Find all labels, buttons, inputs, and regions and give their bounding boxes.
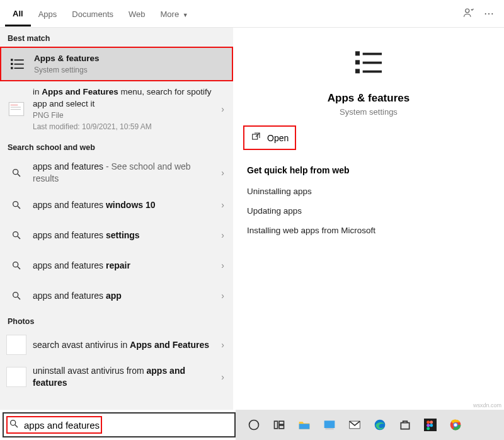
svg-rect-6 <box>14 67 24 69</box>
svg-rect-25 <box>363 62 382 64</box>
taskbar <box>236 410 504 440</box>
svg-rect-10 <box>11 109 21 110</box>
search-icon <box>6 286 26 306</box>
svg-rect-22 <box>355 60 360 64</box>
svg-rect-24 <box>363 53 382 55</box>
photo-thumb-icon <box>6 335 26 355</box>
tab-more[interactable]: More ▼ <box>153 2 196 25</box>
photo-result-text: search avast antivirus in Apps and Featu… <box>33 339 219 351</box>
svg-rect-31 <box>275 421 278 429</box>
chevron-right-icon[interactable]: › <box>219 200 227 210</box>
results-panel: Best match Apps & features System settin… <box>0 28 233 410</box>
chevron-right-icon[interactable]: › <box>219 168 227 178</box>
svg-point-11 <box>13 170 18 175</box>
svg-rect-3 <box>11 67 13 69</box>
svg-point-13 <box>13 202 18 207</box>
store-icon[interactable] <box>398 418 412 432</box>
help-link-2[interactable]: Installing web apps from Microsoft <box>243 221 494 240</box>
bottom-bar <box>0 410 504 440</box>
filter-tabs: All Apps Documents Web More ▼ ⋯ <box>0 0 504 28</box>
help-link-1[interactable]: Updating apps <box>243 201 494 221</box>
search-icon <box>6 163 26 183</box>
mail-icon[interactable] <box>348 418 362 432</box>
tab-all[interactable]: All <box>5 1 31 26</box>
svg-rect-34 <box>324 420 335 428</box>
result-title: Apps & features <box>34 53 226 64</box>
svg-rect-26 <box>363 71 382 73</box>
svg-point-40 <box>427 424 430 427</box>
more-icon[interactable]: ⋯ <box>479 4 499 23</box>
chevron-right-icon[interactable]: › <box>219 372 227 382</box>
search-box[interactable] <box>3 412 236 437</box>
svg-point-41 <box>430 424 433 427</box>
svg-point-28 <box>11 420 16 426</box>
svg-rect-1 <box>11 59 13 61</box>
svg-point-39 <box>430 420 433 424</box>
open-button[interactable]: Open <box>243 125 296 150</box>
preview-title: Apps & features <box>328 92 410 105</box>
search-input[interactable] <box>24 414 234 436</box>
svg-point-42 <box>427 427 430 430</box>
chevron-right-icon[interactable]: › <box>219 291 227 301</box>
web-result-1[interactable]: apps and features windows 10 › <box>0 190 233 220</box>
svg-rect-33 <box>279 426 284 429</box>
cortana-icon[interactable] <box>247 418 261 432</box>
svg-rect-32 <box>279 421 284 424</box>
help-title: Get quick help from web <box>247 165 494 175</box>
web-result-4[interactable]: apps and features app › <box>0 281 233 311</box>
web-result-text: apps and features app <box>33 290 219 302</box>
svg-rect-8 <box>11 105 18 105</box>
search-icon <box>6 195 26 215</box>
svg-line-18 <box>18 267 20 269</box>
svg-point-15 <box>13 232 18 237</box>
svg-point-0 <box>466 9 469 13</box>
web-result-3[interactable]: apps and features repair › <box>0 250 233 281</box>
photo-result-0[interactable]: search avast antivirus in Apps and Featu… <box>0 330 233 360</box>
preview-subtitle: System settings <box>340 107 398 117</box>
svg-line-29 <box>15 425 18 427</box>
chrome-icon[interactable] <box>449 418 462 432</box>
chevron-right-icon[interactable]: › <box>219 104 227 114</box>
photo-result-text: uninstall avast antivirus from apps and … <box>33 365 219 389</box>
web-result-2[interactable]: apps and features settings › <box>0 220 233 250</box>
preview-panel: Apps & features System settings Open Get… <box>233 28 504 410</box>
figma-icon[interactable] <box>423 418 437 432</box>
svg-rect-23 <box>355 69 360 73</box>
web-result-text: apps and features - See school and web r… <box>33 161 219 185</box>
edge-icon[interactable] <box>373 418 387 432</box>
tab-web[interactable]: Web <box>121 2 153 25</box>
web-result-text: apps and features settings <box>33 229 219 241</box>
photo-result-1[interactable]: uninstall avast antivirus from apps and … <box>0 360 233 394</box>
file-explorer-icon[interactable] <box>297 418 311 432</box>
photo-thumb-icon <box>6 367 26 387</box>
svg-rect-9 <box>11 107 21 108</box>
svg-rect-35 <box>325 428 333 430</box>
section-school-web: Search school and web <box>0 137 233 156</box>
app-icon-1[interactable] <box>323 418 336 432</box>
result-file-modified: Last modified: 10/9/2021, 10:59 AM <box>33 122 219 132</box>
section-photos: Photos <box>0 311 233 330</box>
svg-point-38 <box>427 420 430 424</box>
chevron-right-icon[interactable]: › <box>219 230 227 240</box>
svg-line-12 <box>18 174 20 177</box>
web-result-text: apps and features windows 10 <box>33 199 219 211</box>
task-view-icon[interactable] <box>272 418 286 432</box>
feedback-icon[interactable] <box>459 3 479 25</box>
svg-line-16 <box>18 236 20 239</box>
result-apps-features[interactable]: Apps & features System settings <box>0 47 233 81</box>
chevron-right-icon[interactable]: › <box>219 340 227 350</box>
search-icon <box>6 225 26 245</box>
svg-point-17 <box>13 262 18 267</box>
watermark: wsxdn.com <box>473 402 501 408</box>
web-result-text: apps and features repair <box>33 260 219 272</box>
open-icon <box>251 132 261 144</box>
tab-documents[interactable]: Documents <box>64 2 121 25</box>
web-result-0[interactable]: apps and features - See school and web r… <box>0 156 233 190</box>
result-file[interactable]: in Apps and Features menu, search for sp… <box>0 81 233 137</box>
help-link-0[interactable]: Uninstalling apps <box>243 182 494 201</box>
svg-point-45 <box>454 424 457 427</box>
chevron-right-icon[interactable]: › <box>219 260 227 270</box>
settings-list-icon <box>8 54 28 74</box>
tab-apps[interactable]: Apps <box>31 2 65 25</box>
svg-rect-5 <box>14 64 24 65</box>
